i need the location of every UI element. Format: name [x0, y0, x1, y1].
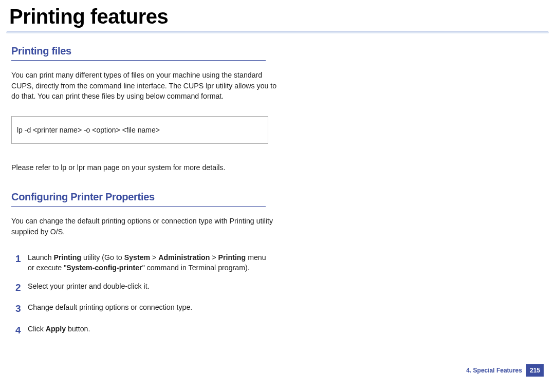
bold-text: Printing — [218, 253, 246, 262]
section-heading-configuring: Configuring Printer Properties — [11, 191, 266, 207]
bold-text: Apply — [46, 325, 66, 333]
text-fragment: > — [210, 253, 218, 262]
manpage-note: Please refer to lp or lpr man page on yo… — [11, 162, 288, 173]
text-fragment: utility (Go to — [81, 253, 124, 262]
text-fragment: Click — [28, 325, 46, 333]
text-fragment: " command in Terminal program). — [142, 264, 250, 272]
step-item: 3 Change default printing options or con… — [11, 302, 288, 316]
step-number: 1 — [11, 252, 28, 266]
section-heading-printing-files: Printing files — [11, 45, 266, 61]
command-block: lp -d <printer name> -o <option> <file n… — [11, 116, 268, 144]
step-text: Change default printing options or conne… — [28, 302, 192, 313]
steps-list: 1 Launch Printing utility (Go to System … — [11, 252, 288, 338]
step-number: 2 — [11, 281, 28, 295]
step-text: Select your printer and double-click it. — [28, 281, 150, 292]
printing-files-paragraph: You can print many different types of fi… — [11, 70, 284, 102]
footer-page-number: 215 — [526, 364, 544, 377]
step-text: Click Apply button. — [28, 323, 90, 334]
step-number: 3 — [11, 302, 28, 316]
bold-text: System-config-printer — [66, 264, 142, 272]
text-fragment: > — [150, 253, 158, 262]
page-footer: 4. Special Features 215 — [466, 364, 544, 377]
bold-text: Printing — [54, 253, 82, 262]
step-item: 2 Select your printer and double-click i… — [11, 281, 288, 295]
configuring-paragraph: You can change the default printing opti… — [11, 216, 284, 237]
text-fragment: Launch — [28, 253, 54, 262]
step-text: Launch Printing utility (Go to System > … — [28, 252, 269, 273]
bold-text: System — [124, 253, 150, 262]
step-item: 4 Click Apply button. — [11, 323, 288, 338]
step-number: 4 — [11, 323, 28, 338]
footer-chapter: 4. Special Features — [466, 367, 522, 374]
bold-text: Administration — [158, 253, 210, 262]
page-title: Printing features — [0, 0, 555, 31]
step-item: 1 Launch Printing utility (Go to System … — [11, 252, 288, 273]
text-fragment: button. — [66, 325, 90, 333]
content-column: Printing files You can print many differ… — [0, 34, 288, 337]
